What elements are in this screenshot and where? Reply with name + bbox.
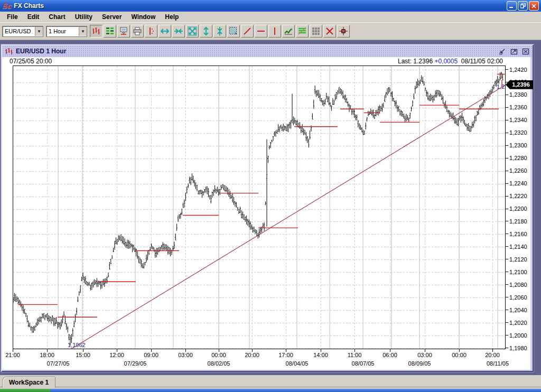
price-axis-label: 1,2060 [506,294,527,301]
zoom-box-icon [188,26,197,36]
date-axis-label: 08/09/05 [408,360,431,367]
price-axis-label: 1,2200 [506,206,527,212]
time-axis-label: 03:00 [417,352,432,358]
toolbar-vertical-line-button[interactable] [268,25,281,38]
frame-close-button[interactable] [521,48,530,55]
workspace-tab[interactable]: WorkSpace 1 [2,377,55,388]
date-axis-label: 08/02/05 [208,360,230,367]
frame-minimize-button[interactable] [498,48,507,55]
time-axis-label: 12:00 [109,352,124,358]
toolbar-crosshair-button[interactable] [337,25,350,38]
toolbar-print-button[interactable] [131,25,144,38]
price-axis-label: 1,2020 [506,319,527,326]
toolbar-zoom-box-button[interactable] [186,25,199,38]
toolbar-select-region-button[interactable] [227,25,240,38]
price-axis-label: 1,2100 [506,268,527,275]
tick-chart-icon [146,26,156,36]
chevron-down-icon[interactable]: ▼ [79,27,87,36]
start-button[interactable] [0,389,50,392]
toolbar-expand-vertical-button[interactable] [200,25,212,38]
app-logo-icon: Sc [2,2,11,10]
menu-server[interactable]: Server [97,12,126,22]
menu-chart[interactable]: Chart [44,12,70,22]
toolbar-compress-horizontal-button[interactable] [172,25,185,38]
last-price-tag: 1,2396 [506,80,533,89]
axis-tick [506,171,508,171]
zigzag-icon [284,26,293,36]
vertical-line-icon [270,26,279,36]
price-axis-label: 1,2160 [506,230,527,237]
toolbar-delete-button[interactable] [323,25,336,38]
price-axis-label: 1,1980 [506,344,527,351]
svg-text:1,1962: 1,1962 [68,342,86,348]
crosshair-icon [339,26,348,36]
price-axis-label: 1,2300 [506,142,527,149]
frame-maximize-button[interactable] [509,48,518,55]
toolbar-trend-line-button[interactable] [241,25,254,38]
toolbar-tick-chart-button[interactable] [145,25,157,38]
toolbar-grid-button[interactable] [310,25,322,38]
restore-button[interactable] [518,1,528,11]
toolbar-indicator-zigzag-button[interactable] [282,25,295,38]
price-axis-label: 1,2180 [506,218,527,225]
axis-tick [506,196,508,197]
timeframe-value: 1 Hour [49,28,66,34]
price-axis-label: 1,2280 [506,155,527,162]
toolbar-fibonacci-button[interactable] [296,25,309,38]
chart-window-titlebar[interactable]: EUR/USD 1 Hour [2,45,533,57]
bar-chart-icon [91,26,101,36]
price-axis-label: 1,2360 [506,104,527,111]
toolbar-server-connect-button[interactable] [117,25,130,38]
axis-tick [506,120,508,120]
time-axis-label: 14:00 [313,352,328,358]
price-axis-label: 1,2240 [506,180,527,187]
last-price-text: Last: 1.2396 [398,58,433,65]
axis-tick [506,259,508,259]
symbol-select[interactable]: EUR/USD ▼ [2,26,43,37]
axis-tick [506,133,508,133]
price-change-text: +0,0005 [434,58,458,65]
time-axis-label: 00:00 [452,352,467,358]
toolbar-compress-vertical-button[interactable] [213,25,226,38]
close-button[interactable] [529,1,539,11]
symbol-value: EUR/USD [5,28,31,34]
toolbar-horizontal-line-button[interactable] [255,25,267,38]
os-taskbar [0,389,541,392]
chart-panel: 07/25/05 20:00 Last: 1.2396 +0,0005 08/1… [2,57,530,370]
menu-window[interactable]: Window [126,12,160,22]
time-axis[interactable]: 21:0018:0015:0012:0009:0003:0000:0020:00… [13,349,506,369]
timeframe-select[interactable]: 1 Hour ▼ [46,26,87,37]
time-axis-label: 21:00 [5,352,20,358]
toolbar-quote-board-button[interactable] [104,25,116,38]
axis-tick [506,322,508,323]
time-axis-label: 18:00 [40,352,54,358]
svg-text:1,23: 1,23 [497,83,506,90]
chart-start-time: 07/25/05 20:00 [10,58,52,65]
menu-help[interactable]: Help [160,12,183,22]
time-axis-label: 06:00 [383,352,397,358]
time-axis-label: 20:00 [245,352,259,358]
price-axis-label: 1,2000 [506,332,527,339]
toolbar-expand-horizontal-button[interactable] [158,25,171,38]
price-axis[interactable]: 1,24201,24001,23801,23601,23401,23201,23… [506,66,532,349]
axis-tick [506,69,508,70]
minimize-button[interactable] [507,1,517,11]
date-axis-label: 08/07/05 [352,360,375,367]
time-axis-label: 15:00 [76,352,90,358]
menu-utility[interactable]: Utility [70,12,97,22]
select-region-icon [229,26,238,36]
axis-tick [506,107,508,108]
date-axis-label: 08/04/05 [286,360,309,367]
chart-last-quote: Last: 1.2396 +0,0005 08/11/05 02:00 [398,58,503,65]
price-chart-canvas[interactable]: 1,19621,23 [13,66,506,349]
app-title: FX Charts [14,2,506,10]
price-axis-label: 1,2380 [506,91,527,98]
menu-file[interactable]: File [2,12,23,22]
chevron-down-icon[interactable]: ▼ [35,27,43,36]
trend-line-icon [242,26,252,36]
axis-tick [506,272,508,272]
axis-tick [506,348,508,348]
menu-edit[interactable]: Edit [23,12,44,22]
axis-tick [506,183,508,184]
toolbar-bar-chart-button[interactable] [90,25,102,38]
